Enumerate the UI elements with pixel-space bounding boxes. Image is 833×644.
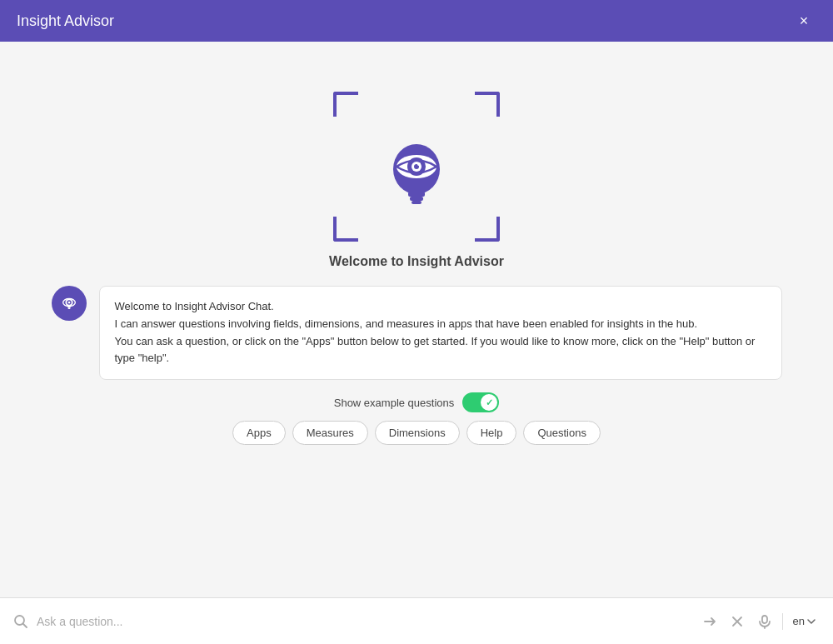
svg-rect-13 [67, 307, 71, 308]
toggle-knob: ✓ [481, 394, 497, 411]
input-bar: en [0, 597, 833, 644]
chat-line-1: Welcome to Insight Advisor Chat. [115, 298, 766, 316]
scan-frame [333, 92, 500, 242]
microphone-icon [757, 614, 772, 629]
main-content: Welcome to Insight Advisor Welcome to In… [0, 42, 833, 597]
input-actions: en [699, 611, 820, 632]
corner-bottom-right [475, 217, 500, 242]
avatar-icon [60, 294, 78, 312]
measures-button[interactable]: Measures [292, 421, 368, 445]
chevron-down-icon [806, 617, 816, 627]
icon-area: Welcome to Insight Advisor [329, 92, 504, 269]
corner-top-left [333, 92, 358, 117]
svg-rect-2 [410, 197, 423, 201]
send-icon [702, 614, 717, 629]
search-icon [13, 614, 28, 629]
chat-bubble-row: Welcome to Insight Advisor Chat. I can a… [27, 286, 807, 380]
lang-selector[interactable]: en [790, 613, 820, 629]
microphone-button[interactable] [754, 611, 776, 632]
corner-bottom-left [333, 217, 358, 242]
close-button[interactable]: × [791, 8, 816, 33]
send-button[interactable] [699, 611, 721, 632]
svg-rect-14 [67, 308, 70, 309]
header: Insight Advisor × [0, 0, 833, 42]
chat-bubble: Welcome to Insight Advisor Chat. I can a… [99, 286, 782, 380]
example-questions-label: Show example questions [334, 397, 455, 409]
dimensions-button[interactable]: Dimensions [375, 421, 460, 445]
questions-button[interactable]: Questions [523, 421, 601, 445]
example-questions-row: Show example questions ✓ [309, 392, 525, 412]
toggle-check-icon: ✓ [486, 397, 493, 408]
search-input[interactable] [37, 615, 691, 628]
example-questions-toggle[interactable]: ✓ [462, 392, 499, 412]
quick-actions: Apps Measures Dimensions Help Questions [207, 421, 626, 445]
chat-line-2: I can answer questions involving fields,… [115, 316, 766, 333]
svg-rect-3 [412, 201, 421, 204]
svg-point-8 [417, 162, 421, 166]
insight-advisor-logo [367, 121, 466, 212]
advisor-icon [367, 121, 466, 212]
avatar [52, 286, 87, 321]
header-title: Insight Advisor [17, 12, 114, 30]
svg-rect-1 [408, 192, 425, 197]
chat-line-3: You can ask a question, or click on the … [115, 333, 766, 368]
input-divider [782, 613, 783, 630]
svg-line-16 [23, 623, 27, 627]
svg-point-11 [67, 302, 70, 304]
lang-label: en [793, 615, 805, 627]
help-button[interactable]: Help [466, 421, 517, 445]
clear-icon [731, 615, 744, 628]
corner-top-right [475, 92, 500, 117]
clear-button[interactable] [727, 612, 747, 632]
welcome-text: Welcome to Insight Advisor [329, 254, 504, 269]
svg-rect-19 [762, 616, 767, 623]
app-container: Insight Advisor × [0, 0, 833, 644]
apps-button[interactable]: Apps [232, 421, 286, 445]
